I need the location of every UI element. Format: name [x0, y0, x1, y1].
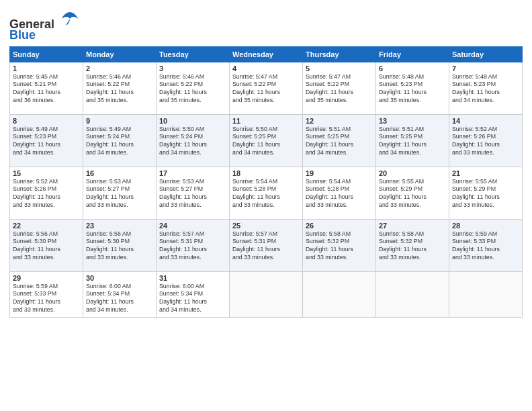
day-number: 23: [86, 222, 153, 230]
day-info: Sunrise: 5:50 AM Sunset: 5:24 PM Dayligh…: [159, 126, 226, 158]
day-cell-28: 28Sunrise: 5:59 AM Sunset: 5:33 PM Dayli…: [449, 219, 523, 271]
day-info: Sunrise: 5:56 AM Sunset: 5:30 PM Dayligh…: [13, 230, 80, 263]
day-number: 7: [452, 64, 519, 73]
day-cell-6: 6Sunrise: 5:48 AM Sunset: 5:23 PM Daylig…: [376, 62, 449, 114]
day-number: 4: [232, 64, 300, 73]
day-cell-5: 5Sunrise: 5:47 AM Sunset: 5:22 PM Daylig…: [303, 62, 376, 114]
day-number: 17: [159, 169, 226, 177]
day-number: 26: [306, 222, 373, 230]
empty-cell: [376, 271, 449, 317]
day-info: Sunrise: 5:53 AM Sunset: 5:27 PM Dayligh…: [159, 178, 226, 210]
day-info: Sunrise: 5:48 AM Sunset: 5:23 PM Dayligh…: [379, 73, 446, 105]
day-number: 1: [13, 64, 80, 73]
col-header-saturday: Saturday: [449, 46, 523, 62]
day-cell-26: 26Sunrise: 5:58 AM Sunset: 5:32 PM Dayli…: [303, 219, 376, 271]
day-cell-25: 25Sunrise: 5:57 AM Sunset: 5:31 PM Dayli…: [230, 219, 303, 271]
day-number: 5: [306, 64, 373, 73]
day-cell-30: 30Sunrise: 6:00 AM Sunset: 5:34 PM Dayli…: [83, 271, 157, 317]
day-cell-31: 31Sunrise: 6:00 AM Sunset: 5:34 PM Dayli…: [157, 271, 230, 317]
col-header-friday: Friday: [376, 46, 449, 62]
day-cell-22: 22Sunrise: 5:56 AM Sunset: 5:30 PM Dayli…: [10, 219, 83, 271]
day-cell-2: 2Sunrise: 5:46 AM Sunset: 5:22 PM Daylig…: [83, 62, 157, 114]
day-cell-19: 19Sunrise: 5:54 AM Sunset: 5:28 PM Dayli…: [303, 167, 376, 219]
day-info: Sunrise: 5:54 AM Sunset: 5:28 PM Dayligh…: [232, 178, 300, 210]
day-info: Sunrise: 6:00 AM Sunset: 5:34 PM Dayligh…: [86, 283, 153, 315]
day-cell-8: 8Sunrise: 5:49 AM Sunset: 5:23 PM Daylig…: [10, 114, 83, 167]
day-number: 28: [452, 222, 519, 230]
day-cell-27: 27Sunrise: 5:58 AM Sunset: 5:32 PM Dayli…: [376, 219, 449, 271]
day-cell-21: 21Sunrise: 5:55 AM Sunset: 5:29 PM Dayli…: [449, 167, 523, 219]
col-header-tuesday: Tuesday: [157, 46, 230, 62]
calendar-header-row: SundayMondayTuesdayWednesdayThursdayFrid…: [10, 46, 523, 62]
calendar-week-5: 29Sunrise: 5:59 AM Sunset: 5:33 PM Dayli…: [10, 271, 523, 317]
day-number: 16: [86, 169, 153, 177]
col-header-wednesday: Wednesday: [230, 46, 303, 62]
day-cell-16: 16Sunrise: 5:53 AM Sunset: 5:27 PM Dayli…: [83, 167, 157, 219]
col-header-thursday: Thursday: [303, 46, 376, 62]
day-cell-1: 1Sunrise: 5:45 AM Sunset: 5:21 PM Daylig…: [10, 62, 83, 114]
day-info: Sunrise: 5:53 AM Sunset: 5:27 PM Dayligh…: [86, 178, 153, 210]
day-info: Sunrise: 5:46 AM Sunset: 5:22 PM Dayligh…: [159, 73, 226, 105]
calendar-week-2: 8Sunrise: 5:49 AM Sunset: 5:23 PM Daylig…: [10, 114, 523, 167]
day-info: Sunrise: 6:00 AM Sunset: 5:34 PM Dayligh…: [159, 283, 226, 315]
day-number: 25: [232, 222, 300, 230]
day-info: Sunrise: 5:51 AM Sunset: 5:25 PM Dayligh…: [379, 126, 446, 158]
day-number: 10: [159, 117, 226, 125]
logo: General Blue: [9, 9, 79, 42]
day-info: Sunrise: 5:57 AM Sunset: 5:31 PM Dayligh…: [159, 230, 226, 263]
day-info: Sunrise: 5:52 AM Sunset: 5:26 PM Dayligh…: [452, 126, 519, 158]
empty-cell: [449, 271, 523, 317]
day-number: 19: [306, 169, 373, 177]
empty-cell: [230, 271, 303, 317]
day-info: Sunrise: 5:52 AM Sunset: 5:26 PM Dayligh…: [13, 178, 80, 210]
day-info: Sunrise: 5:49 AM Sunset: 5:24 PM Dayligh…: [86, 126, 153, 158]
day-number: 13: [379, 117, 446, 125]
day-cell-9: 9Sunrise: 5:49 AM Sunset: 5:24 PM Daylig…: [83, 114, 157, 167]
header: General Blue: [9, 7, 523, 42]
day-cell-3: 3Sunrise: 5:46 AM Sunset: 5:22 PM Daylig…: [157, 62, 230, 114]
calendar-week-4: 22Sunrise: 5:56 AM Sunset: 5:30 PM Dayli…: [10, 219, 523, 271]
day-cell-24: 24Sunrise: 5:57 AM Sunset: 5:31 PM Dayli…: [157, 219, 230, 271]
empty-cell: [303, 271, 376, 317]
day-cell-15: 15Sunrise: 5:52 AM Sunset: 5:26 PM Dayli…: [10, 167, 83, 219]
day-number: 14: [452, 117, 519, 125]
day-number: 12: [306, 117, 373, 125]
col-header-sunday: Sunday: [10, 46, 83, 62]
day-info: Sunrise: 5:57 AM Sunset: 5:31 PM Dayligh…: [232, 230, 300, 263]
day-info: Sunrise: 5:55 AM Sunset: 5:29 PM Dayligh…: [379, 178, 446, 210]
day-info: Sunrise: 5:58 AM Sunset: 5:32 PM Dayligh…: [379, 230, 446, 263]
day-info: Sunrise: 5:59 AM Sunset: 5:33 PM Dayligh…: [13, 283, 80, 315]
day-number: 31: [159, 274, 226, 282]
day-cell-13: 13Sunrise: 5:51 AM Sunset: 5:25 PM Dayli…: [376, 114, 449, 167]
day-number: 11: [232, 117, 300, 125]
day-cell-12: 12Sunrise: 5:51 AM Sunset: 5:25 PM Dayli…: [303, 114, 376, 167]
day-cell-29: 29Sunrise: 5:59 AM Sunset: 5:33 PM Dayli…: [10, 271, 83, 317]
day-info: Sunrise: 5:55 AM Sunset: 5:29 PM Dayligh…: [452, 178, 519, 210]
day-info: Sunrise: 5:54 AM Sunset: 5:28 PM Dayligh…: [306, 178, 373, 210]
day-cell-18: 18Sunrise: 5:54 AM Sunset: 5:28 PM Dayli…: [230, 167, 303, 219]
day-cell-23: 23Sunrise: 5:56 AM Sunset: 5:30 PM Dayli…: [83, 219, 157, 271]
day-info: Sunrise: 5:47 AM Sunset: 5:22 PM Dayligh…: [232, 73, 300, 105]
page: General Blue SundayMondayTuesdayWednesda…: [0, 0, 532, 411]
day-cell-11: 11Sunrise: 5:50 AM Sunset: 5:25 PM Dayli…: [230, 114, 303, 167]
logo-bird-icon: [60, 9, 79, 28]
day-cell-17: 17Sunrise: 5:53 AM Sunset: 5:27 PM Dayli…: [157, 167, 230, 219]
col-header-monday: Monday: [83, 46, 157, 62]
day-cell-20: 20Sunrise: 5:55 AM Sunset: 5:29 PM Dayli…: [376, 167, 449, 219]
day-info: Sunrise: 5:58 AM Sunset: 5:32 PM Dayligh…: [306, 230, 373, 263]
day-number: 24: [159, 222, 226, 230]
day-cell-4: 4Sunrise: 5:47 AM Sunset: 5:22 PM Daylig…: [230, 62, 303, 114]
day-number: 29: [13, 274, 80, 282]
day-number: 30: [86, 274, 153, 282]
day-number: 8: [13, 117, 80, 125]
day-cell-14: 14Sunrise: 5:52 AM Sunset: 5:26 PM Dayli…: [449, 114, 523, 167]
day-cell-7: 7Sunrise: 5:48 AM Sunset: 5:23 PM Daylig…: [449, 62, 523, 114]
day-number: 20: [379, 169, 446, 177]
calendar-table: SundayMondayTuesdayWednesdayThursdayFrid…: [9, 46, 523, 318]
day-number: 27: [379, 222, 446, 230]
day-info: Sunrise: 5:49 AM Sunset: 5:23 PM Dayligh…: [13, 126, 80, 158]
day-info: Sunrise: 5:59 AM Sunset: 5:33 PM Dayligh…: [452, 230, 519, 263]
day-number: 18: [232, 169, 300, 177]
day-info: Sunrise: 5:47 AM Sunset: 5:22 PM Dayligh…: [306, 73, 373, 105]
logo-text-block: General Blue: [9, 9, 79, 42]
